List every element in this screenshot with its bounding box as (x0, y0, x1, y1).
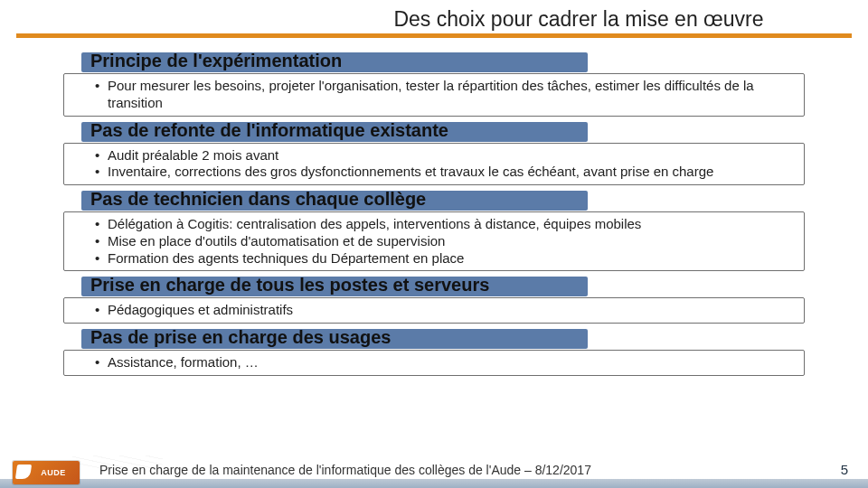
bullet-item: •Assistance, formation, … (95, 354, 795, 371)
dept-logo: AUDE (13, 461, 80, 484)
bullet-item: •Inventaire, corrections des gros dysfon… (95, 164, 795, 181)
section-body: •Délégation à Cogitis: centralisation de… (63, 211, 805, 271)
section-heading: Prise en charge de tous les postes et se… (90, 275, 489, 296)
bullet-text: Inventaire, corrections des gros dysfonc… (108, 164, 713, 181)
footer-caption: Prise en charge de la maintenance de l'i… (99, 463, 591, 477)
bullet-item: •Délégation à Cogitis: centralisation de… (95, 216, 795, 233)
bullet-dot-icon: • (95, 354, 108, 371)
bullet-item: •Mise en place d'outils d'automatisation… (95, 233, 795, 250)
bullet-dot-icon: • (95, 302, 108, 319)
section-body: •Audit préalable 2 mois avant•Inventaire… (63, 143, 805, 186)
section-block: Pas de technicien dans chaque collège•Dé… (63, 189, 805, 271)
section-block: Principe de l'expérimentation•Pour mesur… (63, 51, 805, 117)
slide-footer: AUDE Prise en charge de la maintenance d… (0, 454, 868, 488)
section-body: •Pour mesurer les besoins, projeter l'or… (63, 73, 805, 117)
bullet-dot-icon: • (95, 147, 108, 164)
section-block: Pas de prise en charge des usages•Assist… (63, 327, 805, 376)
section-heading-row: Pas de refonte de l'informatique existan… (63, 120, 805, 144)
bullet-text: Formation des agents techniques du Dépar… (108, 250, 464, 267)
bullet-text: Audit préalable 2 mois avant (108, 147, 278, 164)
section-body: •Assistance, formation, … (63, 350, 805, 376)
section-heading: Principe de l'expérimentation (90, 51, 342, 71)
bullet-item: •Pour mesurer les besoins, projeter l'or… (95, 78, 795, 112)
bullet-text: Mise en place d'outils d'automatisation … (108, 233, 445, 250)
bullet-dot-icon: • (95, 250, 108, 267)
footer-strip (0, 479, 868, 488)
page-number: 5 (841, 462, 848, 477)
bullet-dot-icon: • (95, 216, 108, 233)
section-body: •Pédagogiques et administratifs (63, 297, 805, 324)
section-heading: Pas de technicien dans chaque collège (90, 189, 426, 210)
logo-text: AUDE (41, 468, 66, 477)
bullet-item: •Formation des agents techniques du Dépa… (95, 250, 795, 267)
bullet-text: Délégation à Cogitis: centralisation des… (108, 216, 641, 233)
bullet-item: •Pédagogiques et administratifs (95, 302, 795, 319)
section-heading-row: Pas de prise en charge des usages (63, 327, 805, 351)
section-heading-row: Prise en charge de tous les postes et se… (63, 275, 805, 298)
bullet-dot-icon: • (95, 78, 108, 112)
section-heading-row: Principe de l'expérimentation (63, 51, 805, 74)
slide-title: Des choix pour cadrer la mise en œuvre (0, 7, 868, 33)
section-heading: Pas de prise en charge des usages (90, 327, 391, 348)
section-block: Prise en charge de tous les postes et se… (63, 275, 805, 324)
bullet-text: Pour mesurer les besoins, projeter l'org… (108, 78, 795, 112)
section-heading: Pas de refonte de l'informatique existan… (90, 120, 448, 141)
section-heading-row: Pas de technicien dans chaque collège (63, 189, 805, 212)
slide-content: Principe de l'expérimentation•Pour mesur… (0, 38, 868, 376)
bullet-text: Assistance, formation, … (108, 354, 259, 371)
bullet-dot-icon: • (95, 233, 108, 250)
bullet-dot-icon: • (95, 164, 108, 181)
bullet-item: •Audit préalable 2 mois avant (95, 147, 795, 164)
bullet-text: Pédagogiques et administratifs (108, 302, 293, 319)
section-block: Pas de refonte de l'informatique existan… (63, 120, 805, 186)
slide-header: Des choix pour cadrer la mise en œuvre (0, 0, 868, 38)
